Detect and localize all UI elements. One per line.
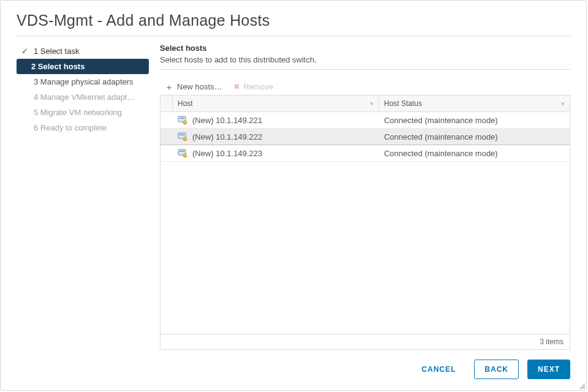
step-label: 5 Migrate VM networking xyxy=(34,108,122,117)
cancel-button[interactable]: CANCEL xyxy=(412,360,466,379)
back-button[interactable]: BACK xyxy=(474,360,519,379)
step-4-manage-vmkernel-adapters: 4 Manage VMkernel adapt… xyxy=(17,89,149,105)
step-label: 6 Ready to complete xyxy=(34,123,107,132)
remove-button: ✖ Remove xyxy=(233,82,273,91)
step-label: 3 Manage physical adapters xyxy=(34,77,134,86)
svg-rect-5 xyxy=(179,134,184,135)
grid-header: Host ▾ Host Status ▾ xyxy=(160,96,570,112)
filter-icon[interactable]: ▾ xyxy=(561,100,565,108)
grid-body[interactable]: + (New) 10.1.149.221 Connected (maintena… xyxy=(160,112,570,334)
cell-status: Connected (maintenance mode) xyxy=(379,113,570,128)
next-button[interactable]: NEXT xyxy=(527,360,570,379)
column-header-host[interactable]: Host ▾ xyxy=(173,96,379,111)
cell-host: + (New) 10.1.149.223 xyxy=(173,145,379,161)
step-3-manage-physical-adapters: 3 Manage physical adapters xyxy=(17,74,149,89)
step-label: 2 Select hosts xyxy=(31,62,85,71)
cell-host: + (New) 10.1.149.221 xyxy=(173,112,379,128)
hosts-grid: Host ▾ Host Status ▾ + xyxy=(160,95,570,350)
divider xyxy=(160,69,570,70)
grid-footer: 3 items xyxy=(160,334,570,349)
filter-icon[interactable]: ▾ xyxy=(370,100,374,108)
svg-rect-9 xyxy=(179,151,184,152)
resize-grip-icon[interactable] xyxy=(579,383,585,389)
table-row[interactable]: + (New) 10.1.149.222 Connected (maintena… xyxy=(160,129,570,145)
dialog-body: ✓ 1 Select task 2 Select hosts 3 Manage … xyxy=(1,43,586,350)
host-name: (New) 10.1.149.222 xyxy=(192,132,262,141)
step-5-migrate-vm-networking: 5 Migrate VM networking xyxy=(17,105,149,120)
column-header-status[interactable]: Host Status ▾ xyxy=(379,96,570,111)
remove-icon: ✖ xyxy=(233,82,240,91)
new-hosts-label: New hosts… xyxy=(177,82,222,91)
host-name: (New) 10.1.149.223 xyxy=(192,149,262,158)
cell-host: + (New) 10.1.149.222 xyxy=(173,129,379,145)
svg-rect-1 xyxy=(179,118,184,119)
column-spacer xyxy=(160,96,173,111)
panel-heading: Select hosts xyxy=(160,43,570,53)
column-header-label: Host xyxy=(178,99,193,108)
dialog-footer: CANCEL BACK NEXT xyxy=(1,350,586,390)
table-row[interactable]: + (New) 10.1.149.223 Connected (maintena… xyxy=(160,145,570,162)
step-2-select-hosts[interactable]: 2 Select hosts xyxy=(17,59,149,74)
cell-status: Connected (maintenance mode) xyxy=(379,129,570,145)
host-icon: + xyxy=(178,132,187,141)
column-header-label: Host Status xyxy=(384,99,422,108)
host-name: (New) 10.1.149.221 xyxy=(192,116,262,125)
remove-label: Remove xyxy=(244,82,273,91)
divider xyxy=(17,36,570,36)
dialog-title: VDS-Mgmt - Add and Manage Hosts xyxy=(1,1,586,36)
plus-icon: ＋ xyxy=(165,83,173,91)
wizard-dialog: VDS-Mgmt - Add and Manage Hosts ✓ 1 Sele… xyxy=(0,0,587,391)
table-row[interactable]: + (New) 10.1.149.221 Connected (maintena… xyxy=(160,112,570,129)
check-icon: ✓ xyxy=(21,47,28,56)
main-panel: Select hosts Select hosts to add to this… xyxy=(149,43,570,350)
grid-toolbar: ＋ New hosts… ✖ Remove xyxy=(160,78,570,95)
wizard-steps: ✓ 1 Select task 2 Select hosts 3 Manage … xyxy=(17,43,149,350)
step-label: 4 Manage VMkernel adapt… xyxy=(34,92,135,102)
cell-status: Connected (maintenance mode) xyxy=(379,146,570,161)
host-icon: + xyxy=(178,148,187,158)
step-label: 1 Select task xyxy=(34,47,79,56)
panel-subheading: Select hosts to add to this distributed … xyxy=(160,55,570,64)
step-1-select-task[interactable]: ✓ 1 Select task xyxy=(17,43,149,59)
host-icon: + xyxy=(178,115,187,125)
step-6-ready-to-complete: 6 Ready to complete xyxy=(17,120,149,135)
new-hosts-button[interactable]: ＋ New hosts… xyxy=(165,82,222,91)
